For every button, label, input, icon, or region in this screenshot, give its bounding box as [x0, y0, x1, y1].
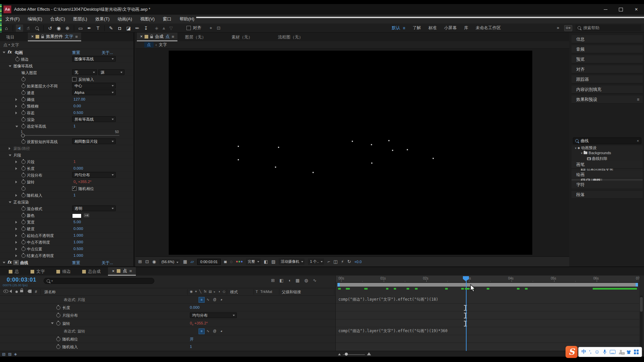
composition-canvas[interactable] [169, 51, 532, 255]
account-icon[interactable]: 21 [619, 350, 623, 354]
mask-path-icon[interactable]: ▱ [191, 259, 194, 264]
brush-tool-icon[interactable]: ✎ [107, 24, 115, 32]
menu-item[interactable]: 合成(C) [46, 15, 69, 23]
fast-previews-icon[interactable]: ⚡ [341, 259, 344, 264]
parameter-value[interactable]: 1 [73, 124, 75, 128]
menu-item[interactable]: 图层(L) [69, 15, 91, 23]
lock-icon[interactable] [150, 36, 153, 38]
parameter-value[interactable]: 1.000 [73, 253, 83, 257]
stopwatch-icon[interactable] [56, 337, 60, 341]
parameter-value[interactable]: 0.500 [73, 111, 83, 115]
stopwatch-icon[interactable] [21, 118, 25, 122]
stopwatch-icon[interactable] [21, 234, 25, 238]
property-value[interactable]: 1 [190, 345, 192, 349]
parameter-checkbox[interactable] [72, 77, 76, 81]
menu-item[interactable]: 文件(F) [1, 15, 24, 23]
panel-menu-icon[interactable]: ≡ [172, 34, 174, 39]
parent-link-column-header[interactable]: 父级和链接 [282, 290, 301, 295]
language-mode-icon[interactable]: 中 [581, 349, 586, 355]
menu-item[interactable]: 动画(A) [114, 15, 136, 23]
rotate-tool-icon[interactable]: ↺ [46, 24, 54, 32]
zoom-select[interactable]: (56.6%) [159, 259, 180, 264]
workspace-tab-4[interactable]: 小屏幕 [444, 25, 457, 31]
reset-button[interactable]: 重置 [72, 260, 80, 266]
panel-tab-effects-presets[interactable]: 效果和预设≡ [572, 96, 643, 104]
expand-transfer-controls-icon[interactable]: ▨ [8, 352, 11, 356]
snap-options-icon[interactable]: ⌖ [210, 25, 212, 31]
eyedropper-icon[interactable] [84, 213, 89, 219]
stopwatch-icon[interactable] [21, 98, 25, 102]
stopwatch-icon[interactable] [15, 57, 19, 61]
refresh-icon[interactable]: ↻ [347, 259, 351, 264]
timeline-tab-文字[interactable]: 文字 [26, 268, 52, 276]
twirl-icon[interactable] [15, 105, 17, 108]
workspace-tab-1[interactable]: 默认 [392, 25, 400, 31]
effect-header-curves[interactable]: fx ▦ 曲线 重置 关于... [0, 259, 133, 266]
stamp-tool-icon[interactable]: ◘ [116, 24, 123, 32]
snap-checkbox[interactable] [186, 26, 191, 30]
clear-search-icon[interactable]: × [637, 139, 639, 143]
stopwatch-icon[interactable] [56, 345, 60, 349]
twirl-icon[interactable] [9, 65, 11, 67]
parameter-slider-thumb[interactable] [21, 134, 25, 137]
timeline-tab-描边[interactable]: 描边 [52, 268, 78, 276]
emoji-icon[interactable]: ☺ [594, 349, 600, 355]
stopwatch-icon[interactable] [21, 193, 25, 197]
input-layer-dropdown[interactable]: 无 [72, 69, 97, 75]
stopwatch-icon[interactable] [21, 84, 25, 88]
color-swatch[interactable] [72, 214, 82, 218]
zoom-in-mountain-icon[interactable] [367, 352, 371, 355]
source-name-column-header[interactable]: 源名称 [44, 290, 56, 295]
solo-column-icon[interactable] [15, 290, 18, 294]
workspace-tab-6[interactable]: 未命名工作区 [476, 25, 501, 31]
panel-menu-icon[interactable]: ≡ [129, 268, 132, 274]
about-button[interactable]: 关于... [102, 260, 113, 266]
expression-pickwhip-icon[interactable]: @ [212, 297, 217, 302]
expression-language-icon[interactable]: ◕ [219, 297, 224, 302]
panel-tab-6[interactable]: 内容识别填充 [572, 85, 643, 94]
stopwatch-icon[interactable] [21, 111, 25, 115]
workspace-tab-2[interactable]: 了解 [413, 25, 421, 31]
expand-layer-switches-icon[interactable]: ▧ [2, 352, 5, 356]
expression-language-icon[interactable]: ◕ [219, 328, 224, 334]
exposure-value[interactable]: +0.0 [354, 260, 362, 264]
panel-tab-1[interactable]: 信息 [572, 35, 643, 43]
mode-column-header[interactable]: 模式 [230, 290, 238, 295]
timeline-tab-点[interactable]: ×点≡ [108, 267, 136, 276]
stopwatch-icon[interactable] [21, 77, 25, 81]
stopwatch-icon[interactable] [21, 247, 25, 251]
panel-tab-段落[interactable]: 段落 [572, 191, 643, 199]
property-value[interactable]: 开 [190, 337, 194, 342]
stopwatch-icon[interactable] [21, 160, 25, 164]
motion-blur-icon[interactable]: ◍ [304, 278, 308, 283]
stopwatch-icon[interactable] [21, 240, 25, 244]
video-column-icon[interactable] [3, 290, 8, 294]
grid-options-icon[interactable]: ⊡ [217, 25, 220, 31]
tab-close-icon[interactable]: × [140, 34, 143, 39]
workspace-tab-3[interactable]: 标准 [428, 25, 437, 31]
home-tool-icon[interactable]: ⌂ [3, 24, 10, 32]
fx-badge-icon[interactable]: fx [7, 260, 11, 264]
tab-layer[interactable]: 图层（无） [181, 33, 209, 41]
parameter-slider-track[interactable] [21, 135, 119, 136]
menu-item[interactable]: 视图(V) [136, 15, 159, 23]
twirl-icon[interactable] [15, 167, 17, 170]
parameter-value[interactable]: 0.000 [73, 227, 83, 231]
roi-icon[interactable]: ◧ [264, 259, 268, 264]
panel-tab-4[interactable]: 对齐 [572, 65, 643, 73]
parameter-value[interactable]: 0.500 [73, 247, 83, 251]
timeline-tab-总合成[interactable]: 总合成 [78, 268, 108, 276]
panel-tab-5[interactable]: 跟踪器 [572, 75, 643, 83]
twirl-icon[interactable] [15, 241, 17, 244]
panel-tab-绘画[interactable]: 绘画 [572, 171, 643, 179]
parameter-dropdown[interactable]: Alpha [72, 89, 116, 95]
minimize-button[interactable] [598, 4, 613, 15]
panel-tab-画笔[interactable]: 画笔 [572, 161, 643, 169]
stopwatch-icon[interactable] [21, 173, 25, 177]
parameter-dropdown[interactable]: 图像等高线 [72, 56, 116, 62]
camera-select[interactable]: 活动摄像机 [279, 258, 305, 265]
parameter-value[interactable]: 0.00 [73, 104, 81, 108]
hand-tool-icon[interactable]: ☝ [24, 24, 32, 32]
panel-tab-字符[interactable]: 字符 [572, 181, 643, 189]
stopwatch-icon[interactable] [56, 306, 60, 310]
